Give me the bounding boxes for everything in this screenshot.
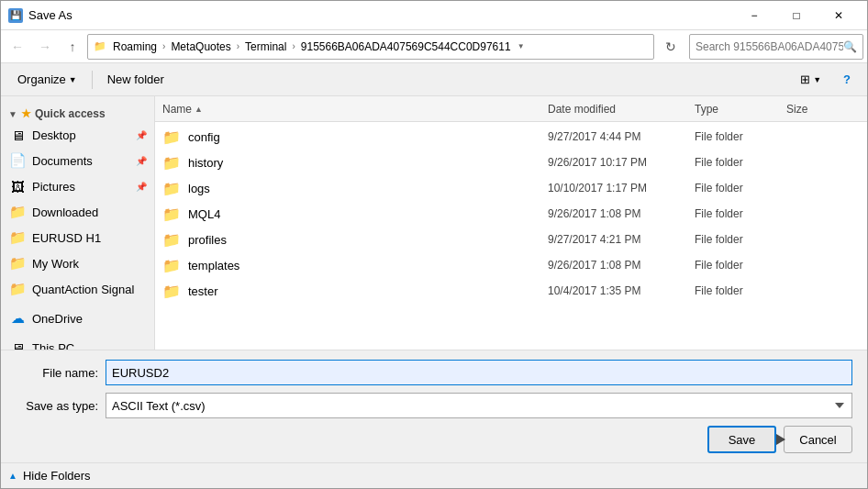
forward-button[interactable]: →	[32, 34, 58, 60]
up-button[interactable]: ↑	[60, 34, 85, 60]
file-type: File folder	[695, 284, 786, 297]
file-date: 9/27/2017 4:21 PM	[548, 233, 695, 246]
table-row[interactable]: 📁 config 9/27/2017 4:44 PM File folder	[155, 124, 867, 150]
folder-icon: 📁	[162, 128, 181, 146]
search-bar[interactable]: 🔍	[689, 34, 863, 60]
col-header-size[interactable]: Size	[786, 103, 860, 116]
path-segment-metaquotes[interactable]: MetaQuotes	[168, 39, 233, 54]
organize-button[interactable]: Organize ▼	[8, 67, 86, 93]
sidebar-item-this-pc[interactable]: 🖥 This PC	[1, 335, 154, 350]
file-name: logs	[188, 182, 548, 195]
table-row[interactable]: 📁 history 9/26/2017 10:17 PM File folder	[155, 150, 867, 175]
file-type: File folder	[695, 207, 786, 220]
file-area: Name ▲ Date modified Type Size 📁 config …	[155, 96, 867, 350]
sidebar: ▼ ★ Quick access 🖥 Desktop 📌 📄 Documents…	[1, 96, 155, 350]
table-row[interactable]: 📁 logs 10/10/2017 1:17 PM File folder	[155, 175, 867, 201]
new-folder-button[interactable]: New folder	[98, 67, 173, 93]
path-segment-id[interactable]: 915566BA06ADA407569C544CC0D97611	[298, 39, 514, 54]
path-segment-roaming[interactable]: Roaming	[110, 39, 160, 54]
maximize-button[interactable]: □	[775, 1, 818, 30]
file-name: config	[188, 130, 548, 144]
path-dropdown-arrow[interactable]: ▼	[517, 42, 525, 50]
address-row: ← → ↑ 📁 Roaming › MetaQuotes › Terminal …	[1, 30, 867, 63]
sidebar-item-pictures[interactable]: 🖼 Pictures 📌	[1, 173, 154, 199]
toolbar-row: Organize ▼ New folder ⊞ ▼ ?	[1, 63, 867, 96]
hide-folders-row[interactable]: ▲ Hide Folders	[1, 462, 867, 488]
path-folder-icon: 📁	[94, 40, 106, 52]
pictures-pin-icon: 📌	[136, 182, 147, 192]
quick-access-star-icon: ★	[21, 107, 31, 120]
file-date: 10/4/2017 1:35 PM	[548, 284, 695, 297]
desktop-icon: 🖥	[8, 126, 27, 144]
file-date: 10/10/2017 1:17 PM	[548, 182, 695, 194]
bottom-area: File name: Save as type: ASCII Text (*.c…	[1, 350, 867, 462]
file-date: 9/26/2017 10:17 PM	[548, 156, 695, 169]
folder-icon: 📁	[162, 283, 181, 300]
search-icon: 🔍	[843, 40, 857, 53]
filename-label: File name:	[16, 366, 98, 380]
save-button[interactable]: Save	[707, 426, 776, 453]
col-header-name[interactable]: Name ▲	[162, 103, 548, 116]
quick-access-label[interactable]: ▼ ★ Quick access	[1, 104, 154, 122]
address-bar[interactable]: 📁 Roaming › MetaQuotes › Terminal › 9155…	[87, 34, 654, 60]
filename-row: File name:	[16, 360, 852, 385]
hide-folders-label: Hide Folders	[23, 469, 91, 483]
close-button[interactable]: ✕	[818, 1, 860, 30]
filename-input[interactable]	[106, 360, 852, 385]
folder-icon: 📁	[162, 257, 181, 274]
table-row[interactable]: 📁 MQL4 9/26/2017 1:08 PM File folder	[155, 201, 867, 227]
title-bar: 💾 Save As − □ ✕	[1, 1, 867, 30]
onedrive-section: ☁ OneDrive	[1, 306, 154, 331]
toolbar-separator	[92, 71, 93, 89]
this-pc-icon: 🖥	[8, 339, 27, 350]
search-input[interactable]	[696, 40, 843, 53]
refresh-button[interactable]: ↻	[658, 34, 684, 60]
sidebar-item-desktop[interactable]: 🖥 Desktop 📌	[1, 122, 154, 148]
minimize-button[interactable]: −	[733, 1, 775, 30]
savetype-select[interactable]: ASCII Text (*.csv)	[106, 393, 852, 418]
help-icon: ?	[843, 72, 851, 86]
file-date: 9/26/2017 1:08 PM	[548, 207, 695, 220]
table-row[interactable]: 📁 tester 10/4/2017 1:35 PM File folder	[155, 278, 867, 304]
file-name: history	[188, 156, 548, 170]
sidebar-item-quantaction[interactable]: 📁 QuantAction Signal	[1, 276, 154, 302]
file-type: File folder	[695, 156, 786, 169]
dialog-title: Save As	[28, 8, 733, 22]
action-buttons: Save Cancel	[16, 426, 852, 453]
views-chevron: ▼	[813, 75, 821, 84]
sort-arrow: ▲	[195, 105, 203, 114]
pictures-icon: 🖼	[8, 177, 27, 195]
col-header-type[interactable]: Type	[695, 103, 786, 116]
file-date: 9/26/2017 1:08 PM	[548, 259, 695, 272]
file-type: File folder	[695, 130, 786, 143]
cancel-button[interactable]: Cancel	[784, 426, 852, 453]
quick-access-section: ▼ ★ Quick access 🖥 Desktop 📌 📄 Documents…	[1, 104, 154, 302]
col-header-date[interactable]: Date modified	[548, 103, 695, 116]
folder-icon: 📁	[162, 154, 181, 172]
quantaction-icon: 📁	[8, 280, 27, 298]
dialog-icon: 💾	[8, 8, 23, 23]
sidebar-item-eurusd[interactable]: 📁 EURUSD H1	[1, 225, 154, 250]
folder-icon: 📁	[162, 206, 181, 223]
sidebar-item-documents[interactable]: 📄 Documents 📌	[1, 148, 154, 173]
help-button[interactable]: ?	[834, 67, 860, 93]
window-controls: − □ ✕	[733, 1, 860, 30]
back-button[interactable]: ←	[5, 34, 30, 60]
file-type: File folder	[695, 233, 786, 246]
path-segment-terminal[interactable]: Terminal	[242, 39, 289, 54]
table-row[interactable]: 📁 profiles 9/27/2017 4:21 PM File folder	[155, 227, 867, 252]
folder-icon: 📁	[162, 231, 181, 249]
file-name: templates	[188, 259, 548, 272]
file-name: tester	[188, 284, 548, 298]
views-button[interactable]: ⊞ ▼	[791, 67, 830, 93]
sidebar-item-downloaded[interactable]: 📁 Downloaded	[1, 199, 154, 225]
table-row[interactable]: 📁 templates 9/26/2017 1:08 PM File folde…	[155, 252, 867, 278]
file-date: 9/27/2017 4:44 PM	[548, 130, 695, 143]
quick-access-arrow: ▼	[8, 109, 17, 119]
file-type: File folder	[695, 259, 786, 272]
sidebar-item-onedrive[interactable]: ☁ OneDrive	[1, 306, 154, 331]
views-icon: ⊞	[800, 72, 810, 86]
sidebar-item-my-work[interactable]: 📁 My Work	[1, 250, 154, 276]
my-work-icon: 📁	[8, 254, 27, 272]
address-path: 📁 Roaming › MetaQuotes › Terminal › 9155…	[94, 39, 648, 54]
